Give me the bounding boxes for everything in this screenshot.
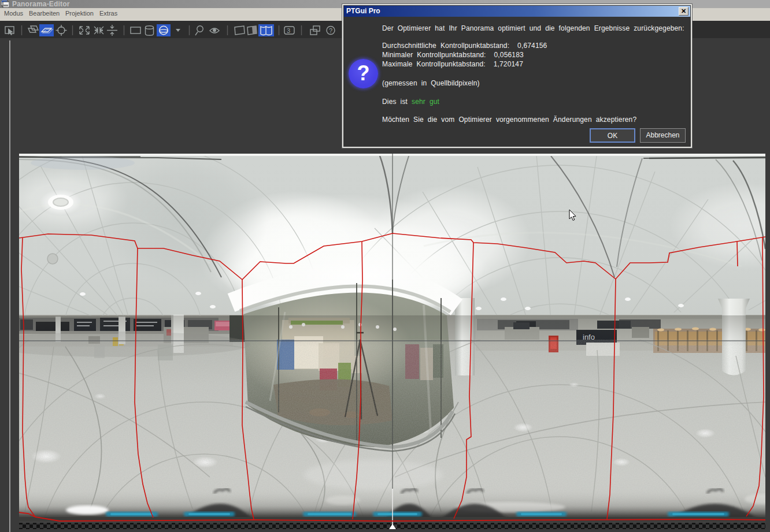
svg-text:3: 3 — [287, 27, 290, 34]
svg-text:?: ? — [329, 27, 332, 34]
